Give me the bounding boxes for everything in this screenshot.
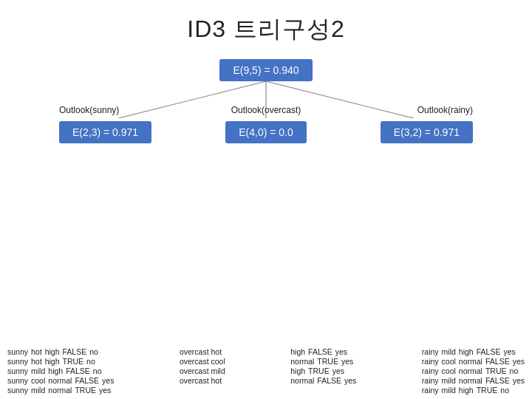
table-row: overcast mild: [180, 366, 225, 375]
right-branch-label: Outlook(rainy): [417, 105, 473, 115]
left-branch-label: Outlook(sunny): [59, 105, 119, 115]
table-row: sunny cool normal FALSE yes: [7, 376, 114, 385]
table-row: sunny mild normal TRUE yes: [7, 386, 114, 395]
root-node: E(9,5) = 0.940: [219, 59, 312, 81]
level1-nodes: E(2,3) = 0.971 E(4,0) = 0.0 E(3,2) = 0.9…: [59, 121, 473, 143]
page-title: ID3 트리구성2: [0, 0, 532, 53]
table-row: rainy mild high TRUE no: [422, 386, 525, 395]
table-row: sunny hot high FALSE no: [7, 347, 114, 356]
data-section: sunny hot high FALSE no sunny hot high T…: [7, 347, 525, 395]
table-row: rainy cool normal FALSE yes: [422, 357, 525, 366]
data-center2-col: high FALSE yes normal TRUE yes high TRUE…: [290, 347, 356, 395]
table-row: overcast hot: [180, 376, 225, 385]
tree-container: E(9,5) = 0.940 Outlook(sunny) Outlook(ov…: [0, 59, 532, 143]
data-center-col: overcast hot overcast cool overcast mild…: [180, 347, 225, 395]
table-row: rainy mild high FALSE yes: [422, 347, 525, 356]
data-right-col: rainy mild high FALSE yes rainy cool nor…: [422, 347, 525, 395]
child-node-1: E(4,0) = 0.0: [225, 121, 307, 143]
table-row: rainy mild normal FALSE yes: [422, 376, 525, 385]
table-row: overcast cool: [180, 357, 225, 366]
center-branch-label: Outlook(overcast): [231, 105, 301, 115]
table-row: sunny mild high FALSE no: [7, 366, 114, 375]
child-node-2: E(3,2) = 0.971: [381, 121, 473, 143]
table-row: normal FALSE yes: [290, 376, 356, 385]
table-row: overcast hot: [180, 347, 225, 356]
data-left-col: sunny hot high FALSE no sunny hot high T…: [7, 347, 114, 395]
table-row: normal TRUE yes: [290, 357, 356, 366]
table-row: high TRUE yes: [290, 366, 356, 375]
table-row: high FALSE yes: [290, 347, 356, 356]
table-row: sunny hot high TRUE no: [7, 357, 114, 366]
table-row: rainy cool normal TRUE no: [422, 366, 525, 375]
child-node-0: E(2,3) = 0.971: [59, 121, 151, 143]
root-level: E(9,5) = 0.940: [219, 59, 312, 81]
